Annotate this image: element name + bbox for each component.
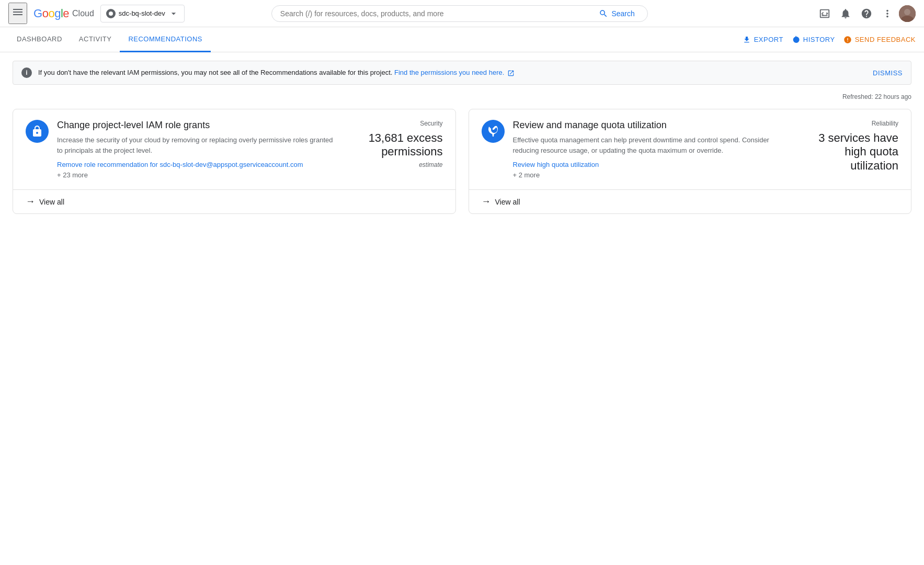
refresh-status: Refreshed: 22 hours ago [13,93,911,100]
quota-view-all-arrow-icon: → [482,196,491,207]
quota-metric-category: Reliability [804,120,898,127]
quota-card-link[interactable]: Review high quota utilization [513,161,796,168]
iam-card-metric: Security 13,681 excess permissions estim… [349,120,443,179]
iam-card-title: Change project-level IAM role grants [57,120,340,131]
iam-card-view-all[interactable]: → View all [13,189,455,213]
quota-card-more: + 2 more [513,171,540,179]
tab-dashboard[interactable]: DASHBOARD [8,27,71,52]
nav-tab-actions: EXPORT HISTORY SEND FEEDBACK [743,36,916,44]
more-options-button[interactable] [878,4,897,23]
export-icon [743,36,751,44]
search-button[interactable]: Search [595,9,638,18]
svg-point-0 [109,12,113,16]
view-all-arrow-icon: → [26,196,35,207]
search-button-label: Search [611,9,634,18]
history-icon [792,36,800,44]
google-wordmark: Google [33,7,69,20]
recommendations-grid: Change project-level IAM role grants Inc… [13,109,911,214]
quota-recommendation-card: Review and manage quota utilization Effe… [469,109,912,214]
iam-card-more: + 23 more [57,171,88,179]
iam-metric-value: 13,681 excess permissions [349,131,443,159]
quota-card-body: Review and manage quota utilization Effe… [469,109,911,189]
permissions-link[interactable]: Find the permissions you need here. [394,69,515,76]
quota-card-main: Review and manage quota utilization Effe… [513,120,796,179]
quota-card-metric: Reliability 3 services have high quota u… [804,120,898,179]
tab-activity[interactable]: ACTIVITY [71,27,120,52]
feedback-icon [843,36,852,44]
info-icon: i [21,67,32,78]
iam-view-all-label: View all [39,198,64,206]
quota-card-description: Effective quota management can help prev… [513,135,796,155]
dismiss-button[interactable]: DISMISS [873,69,903,77]
quota-card-icon [482,120,505,143]
avatar[interactable] [899,5,916,22]
iam-card-link[interactable]: Remove role recommendation for sdc-bq-sl… [57,161,340,168]
iam-metric-note: estimate [349,161,443,168]
history-button[interactable]: HISTORY [792,36,835,44]
nav-tabs: DASHBOARD ACTIVITY RECOMMENDATIONS EXPOR… [0,27,924,52]
iam-metric-category: Security [349,120,443,127]
quota-card-title: Review and manage quota utilization [513,120,796,131]
notifications-button[interactable] [836,4,855,23]
info-banner: i If you don't have the relevant IAM per… [13,61,911,85]
iam-card-main: Change project-level IAM role grants Inc… [57,120,340,179]
google-cloud-logo[interactable]: Google Cloud [33,7,94,20]
iam-card-body: Change project-level IAM role grants Inc… [13,109,455,189]
wrench-icon [487,125,499,138]
quota-metric-value: 3 services have high quota utilization [804,131,898,173]
help-button[interactable] [857,4,876,23]
iam-card-icon [26,120,49,143]
project-name: sdc-bq-slot-dev [119,9,165,17]
quota-view-all-label: View all [495,198,520,206]
project-selector[interactable]: sdc-bq-slot-dev [100,5,185,22]
menu-button[interactable] [8,3,27,24]
iam-recommendation-card: Change project-level IAM role grants Inc… [13,109,456,214]
terminal-button[interactable] [815,4,834,23]
quota-card-view-all[interactable]: → View all [469,189,911,213]
header-icon-group [815,4,916,23]
external-link-icon [507,70,515,77]
iam-card-description: Increase the security of your cloud by r… [57,135,340,155]
banner-text: If you don't have the relevant IAM permi… [38,69,858,77]
avatar-initials [899,5,916,22]
main-content: i If you don't have the relevant IAM per… [0,52,924,222]
send-feedback-button[interactable]: SEND FEEDBACK [843,36,916,44]
project-icon [106,9,116,18]
search-input[interactable] [280,9,595,18]
search-icon [599,9,608,18]
tab-recommendations[interactable]: RECOMMENDATIONS [120,27,211,52]
export-button[interactable]: EXPORT [743,36,783,44]
svg-point-2 [904,9,910,15]
chevron-down-icon [168,8,179,19]
cloud-wordmark: Cloud [72,9,94,18]
search-bar: Search [271,5,648,22]
lock-icon [31,125,43,138]
avatar-image [899,5,916,22]
